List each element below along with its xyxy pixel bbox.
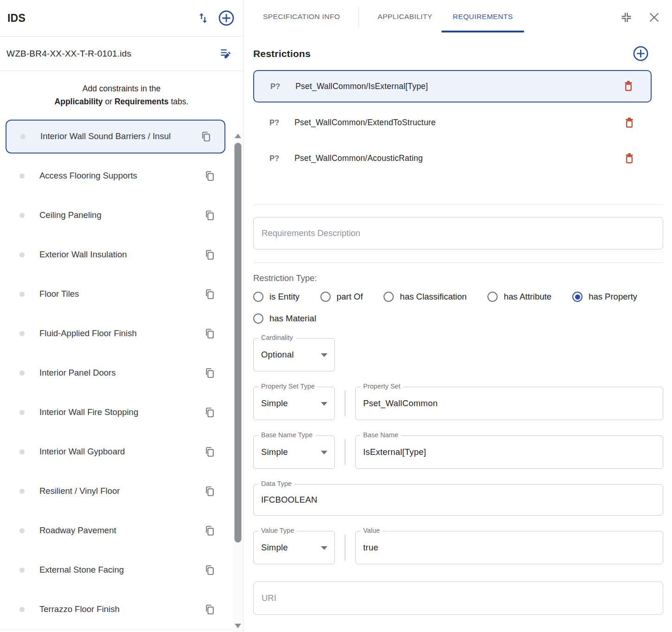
field-separator bbox=[345, 535, 346, 561]
tab-applicability[interactable]: APPLICABILITY bbox=[378, 9, 432, 26]
property-set-input[interactable]: Property Set Pset_WallCommon bbox=[355, 387, 663, 420]
radio-option-label: has Classification bbox=[400, 292, 467, 302]
data-type-input[interactable]: Data Type IFCBOOLEAN bbox=[253, 484, 663, 516]
tab-requirements[interactable]: REQUIREMENTS bbox=[453, 9, 513, 26]
specification-detail-panel: SPECIFICATION INFO APPLICABILITY REQUIRE… bbox=[243, 0, 672, 632]
specification-list-item[interactable]: Exterior Wall Insulation bbox=[0, 235, 231, 275]
specification-name: Fluid-Applied Floor Finish bbox=[39, 328, 204, 338]
specification-list-item[interactable]: Floor Tiles bbox=[0, 275, 231, 314]
specification-name: Interior Panel Doors bbox=[39, 368, 204, 378]
property-restriction-badge: P? bbox=[269, 154, 294, 163]
copy-icon[interactable] bbox=[204, 407, 216, 418]
radio-button-icon[interactable] bbox=[253, 292, 263, 302]
radio-button-icon[interactable] bbox=[487, 292, 498, 302]
scroll-down-arrow-icon[interactable] bbox=[235, 624, 241, 628]
field-separator bbox=[345, 390, 346, 416]
restrictions-list: P?Pset_WallCommon/IsExternal[Type] P?Pse… bbox=[253, 70, 663, 176]
specification-list-item[interactable]: Roadway Pavement bbox=[0, 511, 231, 550]
property-restriction-badge: P? bbox=[269, 118, 294, 127]
sidebar-hint-text: Add constraints in the Applicability or … bbox=[0, 71, 243, 117]
radio-option-has-classification[interactable]: has Classification bbox=[384, 292, 467, 302]
restriction-type-radio-group: is Entitypart Ofhas Classificationhas At… bbox=[253, 292, 663, 324]
value-input[interactable]: Value true bbox=[355, 531, 663, 564]
specification-list-item[interactable]: Interior Wall Fire Stopping bbox=[0, 393, 231, 432]
chevron-down-icon bbox=[321, 546, 327, 550]
specification-list-item[interactable]: External Stone Facing bbox=[0, 550, 231, 590]
copy-icon[interactable] bbox=[204, 367, 216, 379]
add-restriction-icon[interactable] bbox=[633, 45, 649, 62]
specification-name: Access Flooring Supports bbox=[39, 171, 204, 181]
ids-file-row[interactable]: WZB-BR4-XX-XX-T-R-0101.ids bbox=[0, 37, 243, 71]
sidebar-scrollbar[interactable] bbox=[233, 131, 243, 632]
restriction-label: Pset_WallCommon/ExtendToStructure bbox=[294, 118, 624, 128]
property-set-type-select[interactable]: Property Set Type Simple bbox=[253, 387, 335, 420]
copy-icon[interactable] bbox=[204, 604, 216, 615]
bullet-dot-icon bbox=[19, 449, 25, 454]
radio-option-is-entity[interactable]: is Entity bbox=[253, 292, 300, 302]
base-name-type-select[interactable]: Base Name Type Simple bbox=[253, 435, 335, 469]
value-type-select[interactable]: Value Type Simple bbox=[253, 531, 335, 564]
bullet-dot-icon bbox=[19, 410, 25, 415]
restriction-row[interactable]: P?Pset_WallCommon/ExtendToStructure bbox=[253, 105, 652, 140]
scrollbar-thumb[interactable] bbox=[234, 143, 241, 543]
specification-list-item[interactable]: Fluid-Applied Floor Finish bbox=[0, 314, 231, 353]
radio-button-icon[interactable] bbox=[253, 313, 263, 324]
bullet-dot-icon bbox=[19, 370, 25, 376]
specification-list-item[interactable]: Ceiling Paneling bbox=[0, 196, 231, 235]
radio-button-icon[interactable] bbox=[384, 292, 394, 302]
bullet-dot-icon bbox=[19, 213, 25, 218]
specification-list-item[interactable]: Interior Wall Gypboard bbox=[0, 432, 231, 472]
radio-option-has-material[interactable]: has Material bbox=[253, 313, 316, 324]
base-name-input[interactable]: Base Name IsExternal[Type] bbox=[355, 435, 663, 469]
specification-name: External Stone Facing bbox=[39, 565, 204, 575]
restrictions-header: Restrictions bbox=[253, 45, 663, 62]
delete-restriction-icon[interactable] bbox=[624, 117, 635, 129]
tab-specification-info[interactable]: SPECIFICATION INFO bbox=[263, 9, 340, 26]
specification-list: Interior Wall Sound Barriers / Insul Acc… bbox=[0, 120, 243, 629]
restriction-row[interactable]: P?Pset_WallCommon/AcousticRating bbox=[253, 140, 652, 176]
specification-list-item[interactable]: Access Flooring Supports bbox=[0, 156, 231, 196]
sort-icon[interactable] bbox=[197, 12, 210, 25]
specification-name: Interior Wall Gypboard bbox=[39, 447, 204, 457]
uri-input[interactable]: URI bbox=[253, 581, 663, 615]
bullet-dot-icon bbox=[19, 292, 25, 297]
cardinality-select[interactable]: Cardinality Optional bbox=[253, 338, 335, 371]
radio-button-icon[interactable] bbox=[320, 292, 331, 302]
delete-restriction-icon[interactable] bbox=[623, 80, 634, 92]
radio-option-has-attribute[interactable]: has Attribute bbox=[487, 292, 551, 302]
copy-icon[interactable] bbox=[204, 564, 216, 576]
specification-list-item[interactable]: Terrazzo Floor Finish bbox=[0, 590, 231, 629]
copy-icon[interactable] bbox=[200, 131, 212, 142]
sidebar-title: IDS bbox=[7, 12, 197, 25]
copy-icon[interactable] bbox=[204, 249, 216, 261]
specification-list-item[interactable]: Resilient / Vinyl Floor bbox=[0, 472, 231, 511]
radio-option-part-of[interactable]: part Of bbox=[320, 292, 363, 302]
copy-icon[interactable] bbox=[204, 288, 216, 300]
copy-icon[interactable] bbox=[204, 485, 216, 497]
copy-icon[interactable] bbox=[204, 210, 216, 221]
delete-restriction-icon[interactable] bbox=[624, 153, 635, 165]
bullet-dot-icon bbox=[19, 568, 25, 573]
specification-list-item[interactable]: Interior Panel Doors bbox=[0, 353, 231, 393]
add-specification-icon[interactable] bbox=[218, 10, 235, 26]
chevron-down-icon bbox=[321, 402, 327, 406]
copy-icon[interactable] bbox=[204, 525, 216, 536]
radio-option-label: is Entity bbox=[269, 292, 300, 302]
copy-icon[interactable] bbox=[204, 328, 216, 339]
copy-icon[interactable] bbox=[204, 446, 216, 458]
scroll-up-arrow-icon[interactable] bbox=[235, 134, 241, 138]
close-panel-icon[interactable] bbox=[648, 12, 660, 23]
specification-name: Terrazzo Floor Finish bbox=[39, 604, 204, 614]
copy-icon[interactable] bbox=[204, 170, 216, 182]
radio-button-icon[interactable] bbox=[572, 292, 582, 302]
specification-name: Interior Wall Fire Stopping bbox=[39, 407, 204, 417]
radio-option-has-property[interactable]: has Property bbox=[572, 292, 637, 302]
specification-list-item[interactable]: Interior Wall Sound Barriers / Insul bbox=[6, 120, 225, 153]
collapse-panel-icon[interactable] bbox=[620, 11, 633, 24]
radio-option-label: has Material bbox=[269, 313, 316, 324]
requirements-description-input[interactable]: Requirements Description bbox=[253, 217, 663, 249]
tab-bar: SPECIFICATION INFO APPLICABILITY REQUIRE… bbox=[243, 0, 672, 34]
sidebar-bottom-divider bbox=[0, 630, 231, 630]
edit-file-icon[interactable] bbox=[219, 47, 232, 60]
restriction-row[interactable]: P?Pset_WallCommon/IsExternal[Type] bbox=[253, 70, 652, 102]
